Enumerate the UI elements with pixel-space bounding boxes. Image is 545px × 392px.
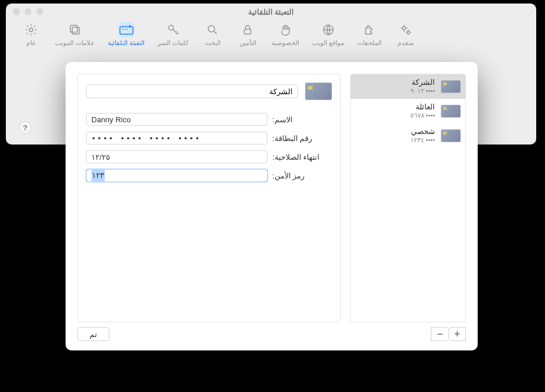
card-name-label: العائلة — [410, 102, 435, 112]
expiry-label: انتهاء الصلاحية: — [272, 153, 332, 161]
card-list-item[interactable]: شخصي •••• ١٢٣٤ — [351, 123, 465, 148]
name-label: الاسم: — [272, 115, 332, 124]
card-cvc-input[interactable]: ١٢٣ — [86, 169, 268, 182]
sheet-footer: + − تم — [66, 322, 478, 350]
card-expiry-input[interactable] — [86, 150, 268, 163]
card-detail-pane: الاسم: رقم البطاقة: انتهاء الصلاحية: رمز… — [77, 74, 341, 322]
add-remove-group: + − — [431, 327, 466, 341]
card-last4-label: •••• ٥٦٧٨ — [410, 112, 435, 120]
credit-card-icon — [441, 105, 461, 118]
minus-icon: − — [437, 329, 443, 339]
card-description-input[interactable] — [86, 84, 298, 98]
credit-card-icon — [441, 129, 461, 142]
cardholder-name-input[interactable] — [86, 113, 268, 126]
card-list: الشركة •••• ٩٠١٢ العائلة •••• ٥٦٧٨ شخصي … — [350, 74, 466, 322]
card-number-input[interactable] — [86, 132, 268, 145]
cvc-selected-text: ١٢٣ — [91, 170, 105, 181]
card-list-item[interactable]: الشركة •••• ٩٠١٢ — [351, 74, 465, 99]
card-name-label: شخصي — [410, 127, 435, 136]
credit-card-icon — [305, 82, 332, 100]
card-last4-label: •••• ١٢٣٤ — [410, 136, 435, 145]
remove-card-button[interactable]: − — [431, 327, 448, 341]
done-button[interactable]: تم — [77, 327, 109, 341]
card-list-item[interactable]: العائلة •••• ٥٦٧٨ — [351, 99, 465, 123]
credit-cards-sheet: الشركة •••• ٩٠١٢ العائلة •••• ٥٦٧٨ شخصي … — [66, 62, 478, 350]
number-label: رقم البطاقة: — [272, 134, 332, 143]
detail-header — [86, 82, 332, 100]
credit-card-icon — [441, 80, 461, 93]
add-card-button[interactable]: + — [448, 327, 466, 341]
cvc-label: رمز الأمن: — [272, 171, 332, 180]
card-last4-label: •••• ٩٠١٢ — [410, 87, 435, 95]
sheet-body: الشركة •••• ٩٠١٢ العائلة •••• ٥٦٧٨ شخصي … — [66, 62, 478, 322]
plus-icon: + — [454, 329, 461, 339]
card-name-label: الشركة — [410, 78, 435, 87]
